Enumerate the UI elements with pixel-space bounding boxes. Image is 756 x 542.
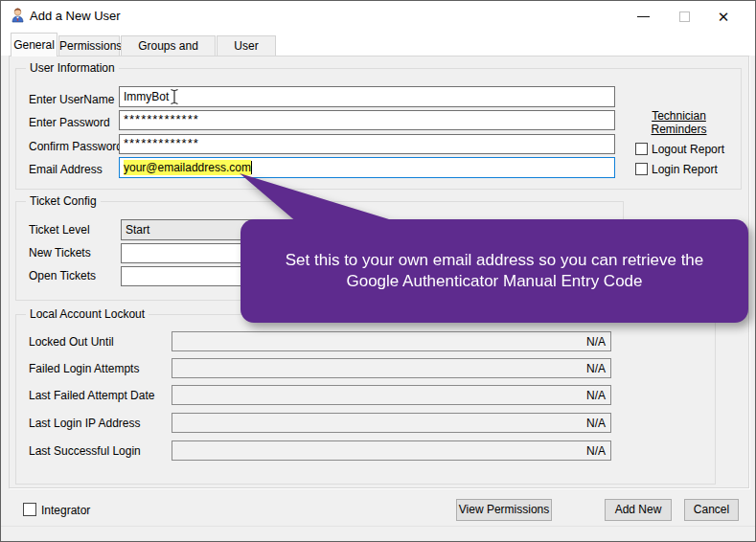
view-permissions-button[interactable]: View Permissions — [456, 499, 552, 521]
username-label: Enter UserName — [29, 93, 114, 106]
cancel-button[interactable]: Cancel — [684, 499, 739, 521]
new-tickets-input[interactable] — [121, 243, 615, 263]
close-icon: ✕ — [718, 10, 730, 24]
logout-report-checkbox[interactable] — [635, 143, 648, 155]
maximize-button[interactable] — [669, 5, 699, 28]
failed-login-attempts-value: N/A — [586, 362, 606, 375]
user-app-icon — [10, 7, 26, 23]
logout-report-label: Logout Report — [652, 143, 724, 156]
password-value: ************* — [124, 112, 199, 126]
minimize-button[interactable] — [628, 5, 658, 28]
password-label: Enter Password — [29, 116, 110, 129]
last-failed-attempt-date-label: Last Failed Attempt Date — [29, 389, 154, 402]
close-button[interactable]: ✕ — [708, 5, 739, 28]
window-title: Add a New User — [30, 9, 121, 23]
new-tickets-label: New Tickets — [29, 246, 91, 260]
ticket-level-label: Ticket Level — [29, 223, 90, 237]
text-caret — [251, 161, 252, 174]
username-value: ImmyBot — [124, 90, 169, 103]
locked-out-until-value: N/A — [586, 335, 606, 349]
confirm-password-input[interactable]: ************* — [119, 134, 615, 154]
last-failed-attempt-date-field: N/A — [172, 385, 611, 405]
maximize-icon — [679, 11, 690, 22]
email-label: Email Address — [29, 163, 103, 176]
login-report-checkbox[interactable] — [635, 163, 648, 175]
locked-out-until-label: Locked Out Until — [29, 335, 114, 349]
group-user-information-title: User Information — [26, 61, 119, 75]
confirm-password-label: Confirm Password — [29, 140, 123, 153]
technician-reminders-link[interactable]: Technician Reminders — [629, 109, 729, 136]
tab-groups-and-clients[interactable]: Groups and Clients — [121, 35, 216, 56]
tab-permissions[interactable]: Permissions — [58, 35, 120, 56]
open-tickets-label: Open Tickets — [29, 269, 96, 282]
last-login-ip-address-label: Last Login IP Address — [29, 417, 141, 430]
login-report-label: Login Report — [652, 163, 718, 176]
minimize-icon — [637, 16, 650, 17]
locked-out-until-field: N/A — [172, 331, 611, 351]
integrator-label: Integrator — [41, 504, 90, 517]
failed-login-attempts-field: N/A — [172, 358, 611, 378]
failed-login-attempts-label: Failed Login Attempts — [29, 362, 139, 375]
email-input[interactable]: your@emailaddress.com — [119, 157, 615, 178]
password-input[interactable]: ************* — [119, 110, 615, 130]
ibeam-cursor-icon — [170, 88, 179, 105]
tab-general[interactable]: General — [11, 33, 57, 56]
dialog-add-new-user: Add a New User ✕ General Permissions Gro… — [0, 0, 756, 542]
add-new-button[interactable]: Add New — [605, 499, 672, 521]
last-login-ip-address-value: N/A — [586, 417, 606, 430]
last-login-ip-address-field: N/A — [172, 413, 611, 433]
email-selected-text: your@emailaddress.com — [124, 160, 251, 175]
ticket-level-value: Start — [126, 223, 149, 237]
username-input[interactable]: ImmyBot — [119, 86, 615, 107]
ticket-level-select[interactable]: Start — [121, 219, 615, 240]
last-failed-attempt-date-value: N/A — [586, 389, 606, 402]
integrator-checkbox[interactable] — [23, 503, 36, 516]
last-successful-login-label: Last Successful Login — [29, 444, 141, 458]
tab-user-avatar[interactable]: User Avatar — [217, 35, 276, 56]
open-tickets-input[interactable] — [121, 266, 615, 286]
group-ticket-config-title: Ticket Config — [26, 194, 101, 208]
group-local-account-lockout-title: Local Account Lockout — [26, 307, 149, 321]
last-successful-login-value: N/A — [586, 444, 606, 458]
confirm-password-value: ************* — [124, 136, 199, 150]
footer-divider — [1, 526, 756, 527]
last-successful-login-field: N/A — [172, 440, 611, 461]
